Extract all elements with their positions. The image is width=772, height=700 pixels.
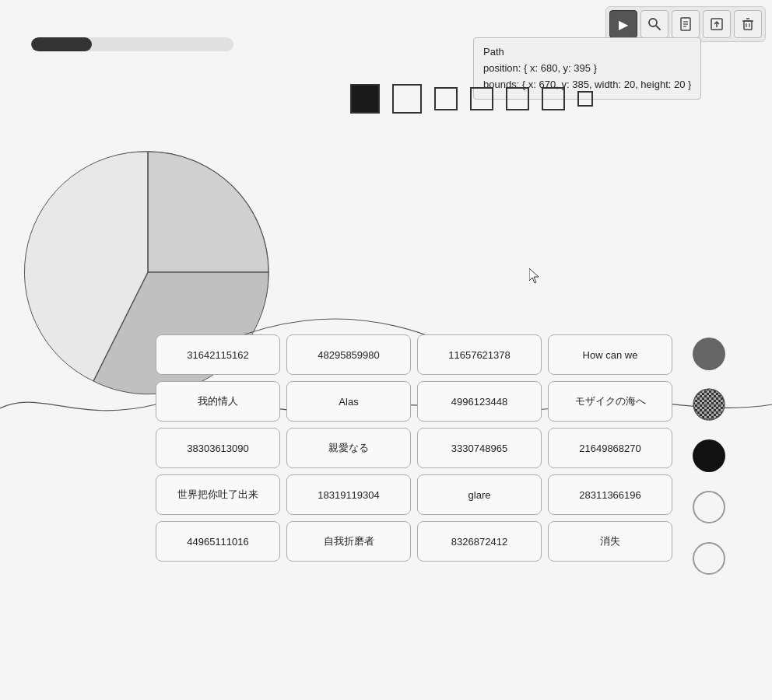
circle-white2[interactable] (693, 542, 725, 575)
info-position: position: { x: 680, y: 395 } (483, 61, 691, 77)
grid-cell-r4-c2[interactable]: 8326872412 (417, 521, 542, 562)
button-grid: 316421151624829585998011657621378How can… (156, 334, 672, 562)
svg-rect-8 (744, 21, 752, 30)
progress-bar-fill (31, 37, 92, 51)
progress-bar-container (31, 37, 233, 51)
export-tool[interactable] (703, 10, 731, 38)
circle-dark-gray[interactable] (693, 338, 725, 370)
svg-line-1 (656, 26, 660, 30)
info-title: Path (483, 44, 691, 61)
shape-selector (350, 84, 593, 114)
grid-cell-r4-c1[interactable]: 自我折磨者 (286, 521, 411, 562)
grid-cell-r0-c0[interactable]: 31642115162 (156, 334, 280, 375)
circle-white1[interactable] (693, 491, 725, 523)
grid-cell-r2-c2[interactable]: 3330748965 (417, 428, 542, 468)
grid-cell-r0-c2[interactable]: 11657621378 (417, 334, 542, 375)
shape-outline-medium1[interactable] (434, 87, 458, 110)
grid-cell-r1-c3[interactable]: モザイクの海へ (548, 381, 672, 422)
select-tool[interactable]: ▶ (609, 10, 637, 38)
cursor (529, 268, 542, 284)
grid-cell-r3-c1[interactable]: 18319119304 (286, 474, 411, 515)
grid-cell-r3-c0[interactable]: 世界把你吐了出来 (156, 474, 280, 515)
pdf-tool[interactable] (672, 10, 700, 38)
shape-outline-medium2[interactable] (470, 87, 493, 110)
shape-outline-small[interactable] (577, 91, 593, 107)
grid-cell-r4-c3[interactable]: 消失 (548, 521, 672, 562)
grid-cell-r2-c3[interactable]: 21649868270 (548, 428, 672, 468)
circle-checkered[interactable] (693, 388, 725, 421)
shape-filled-large[interactable] (350, 84, 380, 114)
svg-marker-24 (529, 268, 539, 283)
search-tool[interactable] (640, 10, 668, 38)
shape-outline-large[interactable] (392, 84, 422, 114)
circle-black[interactable] (693, 439, 725, 472)
grid-cell-r2-c0[interactable]: 38303613090 (156, 428, 280, 468)
grid-cell-r4-c0[interactable]: 44965111016 (156, 521, 280, 562)
grid-cell-r1-c1[interactable]: Alas (286, 381, 411, 422)
grid-cell-r0-c1[interactable]: 48295859980 (286, 334, 411, 375)
grid-cell-r2-c1[interactable]: 親愛なる (286, 428, 411, 468)
shape-outline-medium4[interactable] (542, 87, 565, 110)
grid-cell-r3-c2[interactable]: glare (417, 474, 542, 515)
grid-cell-r1-c0[interactable]: 我的情人 (156, 381, 280, 422)
grid-cell-r3-c3[interactable]: 28311366196 (548, 474, 672, 515)
delete-tool[interactable] (734, 10, 762, 38)
grid-cell-r0-c3[interactable]: How can we (548, 334, 672, 375)
grid-cell-r1-c2[interactable]: 4996123448 (417, 381, 542, 422)
shape-outline-medium3[interactable] (506, 87, 529, 110)
